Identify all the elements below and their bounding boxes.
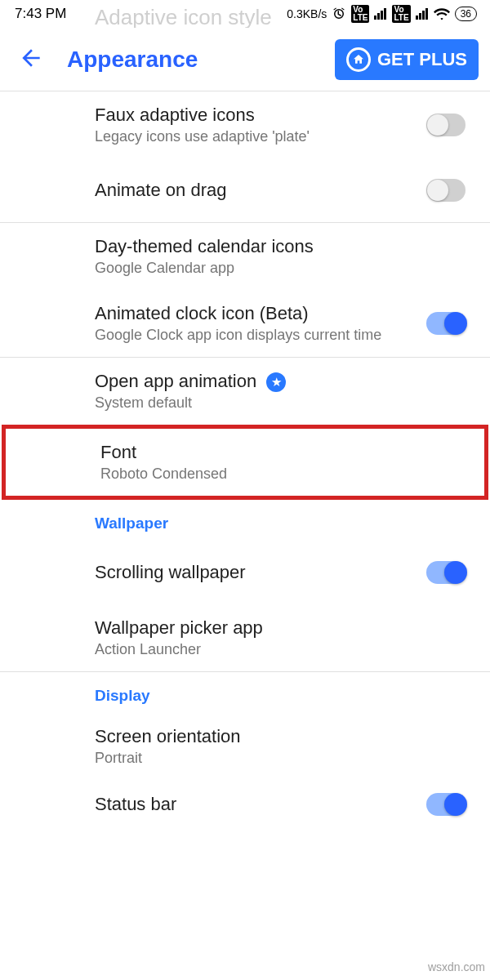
item-subtitle: Portrait: [95, 750, 472, 767]
signal-icon-2: [416, 8, 429, 20]
item-scrolling-wallpaper[interactable]: Scrolling wallpaper: [0, 541, 490, 604]
item-subtitle: Google Clock app icon displays current t…: [95, 327, 416, 344]
get-plus-button[interactable]: GET PLUS: [335, 39, 479, 80]
item-title: Wallpaper picker app: [95, 617, 472, 639]
home-icon: [346, 47, 371, 72]
item-animated-clock[interactable]: Animated clock icon (Beta) Google Clock …: [0, 290, 490, 357]
item-title: Open app animation ★: [95, 371, 472, 392]
item-font[interactable]: Font Roboto Condensed: [2, 425, 488, 500]
item-subtitle: Action Launcher: [95, 641, 472, 658]
item-screen-orientation[interactable]: Screen orientation Portrait: [0, 713, 490, 780]
section-wallpaper: Wallpaper: [0, 500, 490, 541]
star-icon: ★: [266, 372, 286, 392]
signal-icon-1: [374, 8, 387, 20]
watermark: wsxdn.com: [428, 960, 485, 973]
back-icon[interactable]: [18, 45, 44, 74]
volte-badge-1: VoLTE: [351, 5, 369, 23]
item-subtitle: System default: [95, 394, 472, 412]
item-title: Scrolling wallpaper: [95, 562, 416, 583]
network-speed: 0.3KB/s: [287, 7, 327, 20]
volte-badge-2: VoLTE: [392, 5, 410, 23]
status-right: 0.3KB/s VoLTE VoLTE 36: [287, 5, 477, 23]
status-bar: 7:43 PM 0.3KB/s VoLTE VoLTE 36: [0, 0, 490, 28]
item-title: Animated clock icon (Beta): [95, 303, 416, 324]
app-bar: Appearance GET PLUS: [0, 28, 490, 91]
item-title: Animate on drag: [95, 180, 416, 201]
alarm-icon: [332, 7, 346, 21]
item-subtitle: Roboto Condensed: [100, 466, 466, 483]
toggle-animate[interactable]: [426, 179, 466, 202]
section-display: Display: [0, 672, 490, 713]
item-title-text: Open app animation: [95, 371, 256, 391]
item-title: Status bar: [95, 794, 416, 815]
item-title: Font: [100, 442, 466, 463]
item-wallpaper-picker[interactable]: Wallpaper picker app Action Launcher: [0, 604, 490, 671]
wifi-icon: [434, 7, 450, 20]
page-title: Appearance: [67, 47, 312, 73]
item-subtitle: Google Calendar app: [95, 260, 472, 277]
toggle-scrollwp[interactable]: [426, 561, 466, 584]
toggle-statusbar[interactable]: [426, 793, 466, 816]
battery-indicator: 36: [455, 7, 477, 21]
toggle-clock[interactable]: [426, 312, 466, 335]
item-animate-drag[interactable]: Animate on drag: [0, 158, 490, 222]
toggle-faux[interactable]: [426, 114, 466, 136]
item-title: Screen orientation: [95, 726, 472, 747]
item-status-bar[interactable]: Status bar: [0, 780, 490, 829]
item-open-app-animation[interactable]: Open app animation ★ System default: [0, 358, 490, 425]
status-time: 7:43 PM: [15, 6, 66, 22]
item-faux-adaptive[interactable]: Faux adaptive icons Legacy icons use ada…: [0, 91, 490, 158]
item-title: Faux adaptive icons: [95, 105, 416, 126]
item-calendar-icons[interactable]: Day-themed calendar icons Google Calenda…: [0, 223, 490, 290]
item-subtitle: Legacy icons use adaptive 'plate': [95, 128, 416, 145]
item-title: Day-themed calendar icons: [95, 236, 472, 257]
get-plus-label: GET PLUS: [377, 49, 467, 70]
settings-list: Faux adaptive icons Legacy icons use ada…: [0, 91, 490, 829]
